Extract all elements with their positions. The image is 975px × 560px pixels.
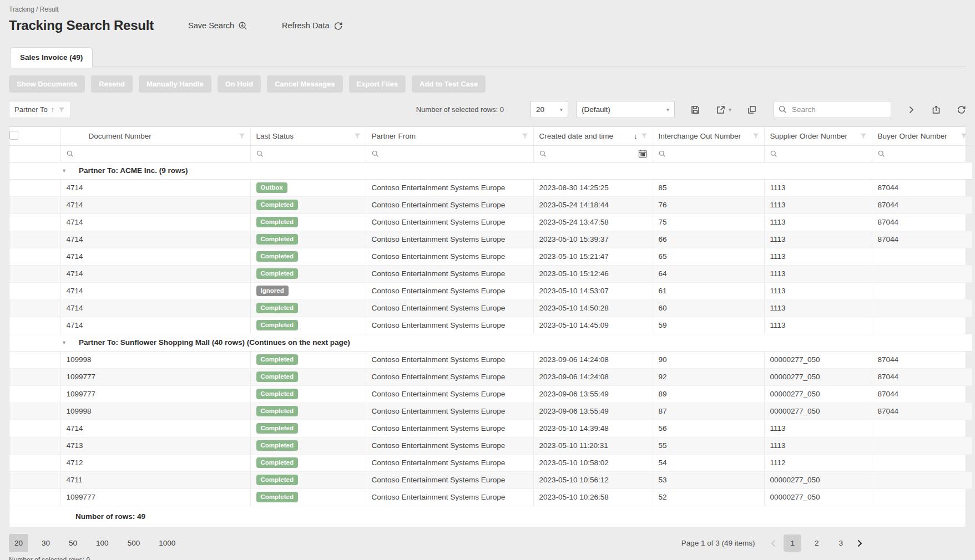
cell-interchange-out-number[interactable]: 65 xyxy=(653,248,764,265)
resend-button[interactable]: Resend xyxy=(91,75,133,93)
cell-interchange-out-number[interactable]: 52 xyxy=(653,488,764,506)
table-row[interactable]: 1099777CompletedContoso Entertainment Sy… xyxy=(9,385,972,403)
table-row[interactable]: 4714CompletedContoso Entertainment Syste… xyxy=(9,213,972,231)
cell-buyer-order-number[interactable]: 87044 xyxy=(872,196,972,213)
column-header-last-status[interactable]: Last Status xyxy=(250,127,366,145)
page-size-1000-button[interactable]: 1000 xyxy=(153,534,181,552)
cell-document-number[interactable]: 4713 xyxy=(60,437,250,454)
on-hold-button[interactable]: On Hold xyxy=(218,75,261,93)
row-select-cell[interactable] xyxy=(9,488,60,506)
cell-document-number[interactable]: 4714 xyxy=(60,265,250,282)
cell-buyer-order-number[interactable]: 87044 xyxy=(872,213,972,231)
row-select-cell[interactable] xyxy=(9,282,60,299)
cell-last-status[interactable]: Completed xyxy=(250,471,366,488)
row-select-cell[interactable] xyxy=(9,231,60,248)
cell-last-status[interactable]: Completed xyxy=(250,196,366,213)
cell-last-status[interactable]: Outbox xyxy=(250,179,366,196)
cell-interchange-out-number[interactable]: 87 xyxy=(653,403,764,420)
export-button[interactable]: ▾ xyxy=(716,105,731,115)
cell-supplier-order-number[interactable]: 00000277_050 xyxy=(764,471,872,488)
cell-interchange-out-number[interactable]: 90 xyxy=(653,351,764,368)
table-row[interactable]: 4714CompletedContoso Entertainment Syste… xyxy=(9,420,972,437)
collapse-chevron-icon[interactable]: ▾ xyxy=(63,339,72,345)
cell-created-date-and-time[interactable]: 2023-09-06 14:24:08 xyxy=(533,368,653,385)
page-2-button[interactable]: 2 xyxy=(808,534,826,552)
cell-supplier-order-number[interactable]: 1113 xyxy=(764,265,872,282)
cell-last-status[interactable]: Completed xyxy=(250,385,366,403)
cell-document-number[interactable]: 1099777 xyxy=(60,368,250,385)
cell-buyer-order-number[interactable] xyxy=(872,471,972,488)
refresh-data-button[interactable]: Refresh Data xyxy=(282,21,342,30)
table-row[interactable]: 4714CompletedContoso Entertainment Syste… xyxy=(9,317,972,334)
cell-document-number[interactable]: 4712 xyxy=(60,454,250,471)
filter-icon[interactable] xyxy=(960,132,968,140)
page-size-select[interactable]: 20 ▾ xyxy=(531,101,568,118)
row-select-cell[interactable] xyxy=(9,179,60,196)
expand-panel-button[interactable] xyxy=(907,105,916,114)
cell-document-number[interactable]: 4714 xyxy=(60,213,250,231)
cell-supplier-order-number[interactable]: 1113 xyxy=(764,248,872,265)
cell-partner-from[interactable]: Contoso Entertainment Systems Europe xyxy=(366,385,533,403)
cell-supplier-order-number[interactable]: 00000277_050 xyxy=(764,403,872,420)
cell-supplier-order-number[interactable]: 1113 xyxy=(764,317,872,334)
add-to-test-case-button[interactable]: Add to Test Case xyxy=(412,75,486,93)
cell-created-date-and-time[interactable]: 2023-05-10 15:39:37 xyxy=(533,231,653,248)
table-row[interactable]: 4714IgnoredContoso Entertainment Systems… xyxy=(9,282,972,299)
page-1-button[interactable]: 1 xyxy=(784,534,801,552)
table-row[interactable]: 109998CompletedContoso Entertainment Sys… xyxy=(9,403,972,420)
table-row[interactable]: 4713CompletedContoso Entertainment Syste… xyxy=(9,437,972,454)
layout-select[interactable]: (Default) ▾ xyxy=(576,101,675,118)
filter-cell-created-date-and-time[interactable] xyxy=(533,145,653,162)
cell-partner-from[interactable]: Contoso Entertainment Systems Europe xyxy=(366,196,533,213)
cell-last-status[interactable]: Completed xyxy=(250,265,366,282)
cell-created-date-and-time[interactable]: 2023-08-30 14:25:25 xyxy=(533,179,653,196)
refresh-grid-button[interactable] xyxy=(957,105,966,114)
page-size-100-button[interactable]: 100 xyxy=(90,534,114,552)
previous-page-button[interactable] xyxy=(767,537,780,550)
cell-created-date-and-time[interactable]: 2023-05-24 13:47:58 xyxy=(533,213,653,231)
cell-created-date-and-time[interactable]: 2023-05-10 15:21:47 xyxy=(533,248,653,265)
cell-buyer-order-number[interactable]: 87044 xyxy=(872,403,972,420)
cell-buyer-order-number[interactable]: 87044 xyxy=(872,385,972,403)
cell-partner-from[interactable]: Contoso Entertainment Systems Europe xyxy=(366,437,533,454)
cell-partner-from[interactable]: Contoso Entertainment Systems Europe xyxy=(366,420,533,437)
page-size-500-button[interactable]: 500 xyxy=(122,534,146,552)
filter-cell-interchange-out-number[interactable] xyxy=(653,145,764,162)
cell-document-number[interactable]: 109998 xyxy=(60,351,250,368)
collapse-chevron-icon[interactable]: ▾ xyxy=(63,167,72,174)
cell-last-status[interactable]: Completed xyxy=(250,351,366,368)
cell-last-status[interactable]: Completed xyxy=(250,299,366,317)
cell-document-number[interactable]: 1099777 xyxy=(60,385,250,403)
cell-interchange-out-number[interactable]: 59 xyxy=(653,317,764,334)
copy-grid-button[interactable] xyxy=(747,105,757,115)
cell-created-date-and-time[interactable]: 2023-05-10 14:45:09 xyxy=(533,317,653,334)
column-header-document-number[interactable]: Document Number xyxy=(60,127,250,145)
cell-partner-from[interactable]: Contoso Entertainment Systems Europe xyxy=(366,488,533,506)
cell-partner-from[interactable]: Contoso Entertainment Systems Europe xyxy=(366,213,533,231)
cell-last-status[interactable]: Ignored xyxy=(250,282,366,299)
cell-interchange-out-number[interactable]: 92 xyxy=(653,368,764,385)
row-select-cell[interactable] xyxy=(9,299,60,317)
cell-document-number[interactable]: 4714 xyxy=(60,299,250,317)
column-header-buyer-order-number[interactable]: Buyer Order Number xyxy=(872,127,972,145)
page-3-button[interactable]: 3 xyxy=(832,534,850,552)
cell-last-status[interactable]: Completed xyxy=(250,231,366,248)
show-documents-button[interactable]: Show Documents xyxy=(9,75,85,93)
row-select-cell[interactable] xyxy=(9,385,60,403)
row-select-cell[interactable] xyxy=(9,420,60,437)
search-input[interactable] xyxy=(774,101,891,118)
cell-document-number[interactable]: 1099777 xyxy=(60,488,250,506)
table-row[interactable]: 4714CompletedContoso Entertainment Syste… xyxy=(9,196,972,213)
cell-document-number[interactable]: 4714 xyxy=(60,282,250,299)
cell-buyer-order-number[interactable] xyxy=(872,282,972,299)
table-row[interactable]: 4714CompletedContoso Entertainment Syste… xyxy=(9,231,972,248)
cell-last-status[interactable]: Completed xyxy=(250,454,366,471)
filter-icon[interactable] xyxy=(860,132,867,140)
cell-created-date-and-time[interactable]: 2023-05-24 14:18:44 xyxy=(533,196,653,213)
cell-interchange-out-number[interactable]: 64 xyxy=(653,265,764,282)
cell-created-date-and-time[interactable]: 2023-05-10 10:56:12 xyxy=(533,471,653,488)
calendar-icon[interactable] xyxy=(638,149,647,158)
cell-created-date-and-time[interactable]: 2023-09-06 13:55:49 xyxy=(533,403,653,420)
cell-supplier-order-number[interactable]: 00000277_050 xyxy=(764,351,872,368)
cell-partner-from[interactable]: Contoso Entertainment Systems Europe xyxy=(366,248,533,265)
